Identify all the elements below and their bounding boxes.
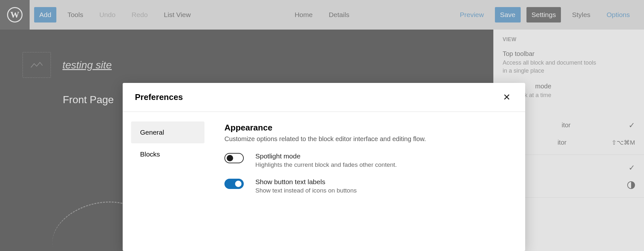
panel-item-desc: Access all block and document tools in a…: [503, 59, 599, 75]
toggle-text-labels[interactable]: [224, 179, 244, 189]
wordpress-icon: W: [7, 7, 23, 22]
preview-button[interactable]: Preview: [455, 7, 489, 22]
close-icon: ✕: [503, 92, 510, 102]
site-logo-placeholder[interactable]: [23, 52, 51, 78]
toolbar-center-group: Home Details: [289, 7, 355, 22]
image-placeholder-icon: [30, 60, 43, 69]
styles-button[interactable]: Styles: [567, 7, 595, 22]
tools-button[interactable]: Tools: [62, 7, 88, 22]
list-view-button[interactable]: List View: [159, 7, 196, 22]
redo-button[interactable]: Redo: [127, 7, 153, 22]
setting-text-labels: Show button text labels Show text instea…: [224, 178, 514, 194]
close-button[interactable]: ✕: [500, 92, 513, 103]
site-title[interactable]: testing site: [62, 59, 112, 71]
undo-button[interactable]: Undo: [94, 7, 120, 22]
check-icon: ✓: [629, 121, 635, 130]
modal-content: Appearance Customize options related to …: [213, 112, 525, 251]
save-button[interactable]: Save: [495, 7, 521, 22]
check-icon: ✓: [629, 163, 635, 172]
add-button[interactable]: Add: [34, 7, 56, 22]
setting-spotlight-mode: Spotlight mode Highlights the current bl…: [224, 152, 514, 168]
setting-label: Spotlight mode: [255, 152, 397, 160]
setting-desc: Highlights the current block and fades o…: [255, 161, 397, 168]
settings-button[interactable]: Settings: [526, 7, 561, 22]
toggle-knob: [227, 155, 233, 161]
toolbar-left-group: Add Tools Undo Redo List View: [30, 7, 196, 22]
home-button[interactable]: Home: [289, 7, 318, 22]
panel-item-top-toolbar[interactable]: Top toolbar Access all block and documen…: [494, 46, 644, 79]
top-toolbar: W Add Tools Undo Redo List View Home Det…: [0, 0, 644, 30]
section-desc: Customize options related to the block e…: [224, 135, 514, 143]
nav-tab-general[interactable]: General: [131, 121, 204, 143]
panel-view-heading: VIEW: [494, 30, 644, 46]
wordpress-logo-button[interactable]: W: [0, 0, 30, 30]
contrast-icon: [627, 181, 635, 189]
modal-title: Preferences: [135, 92, 183, 102]
options-button[interactable]: Options: [601, 7, 635, 22]
section-title-appearance: Appearance: [224, 123, 514, 133]
nav-tab-blocks[interactable]: Blocks: [131, 143, 204, 165]
setting-desc: Show text instead of icons on buttons: [255, 187, 357, 194]
preferences-modal: Preferences ✕ General Blocks Appearance …: [123, 83, 525, 251]
modal-body: General Blocks Appearance Customize opti…: [123, 112, 525, 251]
panel-item-label: itor: [562, 121, 571, 129]
modal-nav: General Blocks: [123, 112, 213, 251]
toggle-spotlight-mode[interactable]: [224, 153, 244, 163]
details-button[interactable]: Details: [324, 7, 355, 22]
toggle-knob: [235, 181, 242, 187]
keyboard-shortcut: ⇧⌥⌘M: [611, 139, 635, 146]
toolbar-right-group: Preview Save Settings Styles Options: [455, 7, 644, 22]
panel-item-label: itor: [557, 139, 566, 146]
panel-item-title: Top toolbar: [503, 50, 599, 58]
setting-label: Show button text labels: [255, 178, 357, 186]
modal-header: Preferences ✕: [123, 83, 525, 112]
